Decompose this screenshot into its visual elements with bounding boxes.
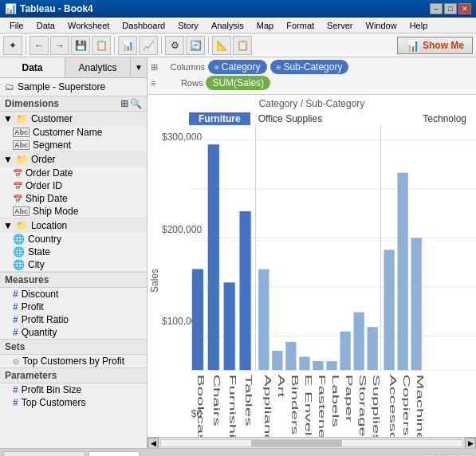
dim-country[interactable]: 🌐 Country	[0, 233, 147, 246]
toolbar-copy[interactable]: 📋	[92, 36, 111, 55]
tree-section: ▼ 📁 Customer Abc Customer Name Abc Segme…	[0, 112, 147, 448]
rows-icon: ≡	[151, 78, 155, 88]
tab-analytics[interactable]: Analytics	[65, 57, 131, 77]
svg-text:Bookcases: Bookcases	[196, 375, 207, 437]
horizontal-scrollbar[interactable]: ◀ ▶	[148, 437, 476, 448]
y-axis-container: Sales $300,000 $200,000 $100,000 $0	[148, 125, 189, 437]
tab-data-source[interactable]: 🗂 Data Source	[3, 451, 85, 456]
dim-ship-date[interactable]: 📅 Ship Date	[0, 192, 147, 205]
category-labels-row: Furniture Office Supplies Technolog	[148, 111, 476, 125]
dim-ship-mode[interactable]: Abc Ship Mode	[0, 205, 147, 218]
menu-analysis[interactable]: Analysis	[205, 18, 250, 33]
toolbar-settings1[interactable]: ⚙	[165, 36, 184, 55]
toolbar-save[interactable]: 💾	[71, 36, 90, 55]
dim-order-id[interactable]: 📅 Order ID	[0, 179, 147, 192]
hash-icon: #	[13, 384, 18, 395]
svg-rect-8	[224, 282, 235, 370]
set-top-customers[interactable]: ⊙ Top Customers by Profit	[0, 355, 147, 368]
svg-rect-6	[192, 269, 203, 371]
toolbar-layout[interactable]: 📐	[212, 36, 231, 55]
customer-group: ▼ 📁 Customer Abc Customer Name Abc Segme…	[0, 112, 147, 152]
scroll-track[interactable]	[160, 439, 463, 447]
location-folder-icon: 📁	[16, 220, 28, 231]
chart-svg: Bookcases Chairs Furnishings Tables Appl…	[189, 125, 476, 437]
svg-text:Art: Art	[276, 375, 286, 398]
scroll-left-button[interactable]: ◀	[148, 438, 159, 449]
dim-segment[interactable]: Abc Segment	[0, 139, 147, 151]
scroll-thumb[interactable]	[251, 440, 341, 446]
dim-customer-name[interactable]: Abc Customer Name	[0, 126, 147, 139]
pill-subcategory[interactable]: ≡ Sub-Category	[270, 60, 349, 74]
dimensions-header: Dimensions ⊞ 🔍	[0, 96, 147, 112]
dim-city[interactable]: 🌐 City	[0, 258, 147, 271]
location-group-header[interactable]: ▼ 📁 Location	[0, 218, 147, 233]
menu-story[interactable]: Story	[171, 18, 205, 33]
dim-state[interactable]: 🌐 State	[0, 246, 147, 258]
chart-title: Category / Sub-Category	[148, 95, 476, 111]
data-source-item[interactable]: 🗂 Sample - Superstore	[0, 78, 147, 96]
columns-icon: ⊞	[151, 62, 158, 73]
pill-sum-sales[interactable]: SUM(Sales)	[206, 76, 270, 90]
tab-sheet1[interactable]: Sheet 1	[89, 451, 140, 456]
svg-text:Supplies: Supplies	[372, 375, 382, 437]
toolbar-chart2[interactable]: 📈	[139, 36, 158, 55]
chart-with-axes: Sales $300,000 $200,000 $100,000 $0	[148, 125, 476, 437]
dim-customer-name-label: Customer Name	[33, 127, 102, 138]
pill-category[interactable]: ≡ Category	[208, 60, 267, 74]
toolbar-icon1[interactable]: ✦	[3, 36, 22, 55]
grid-icon: ⊞	[120, 98, 128, 109]
menu-worksheet[interactable]: Worksheet	[61, 18, 116, 33]
hash-icon: #	[13, 327, 18, 338]
toolbar-forward[interactable]: →	[50, 36, 69, 55]
svg-rect-18	[354, 313, 364, 371]
maximize-button[interactable]: □	[444, 3, 457, 14]
svg-rect-19	[368, 327, 378, 370]
order-group-header[interactable]: ▼ 📁 Order	[0, 152, 147, 167]
close-button[interactable]: ✕	[458, 3, 471, 14]
order-group: ▼ 📁 Order 📅 Order Date 📅 Order ID 📅 Ship…	[0, 152, 147, 218]
panel-tab-arrow[interactable]: ▼	[131, 57, 147, 77]
minimize-button[interactable]: –	[430, 3, 443, 14]
measure-discount[interactable]: # Discount	[0, 288, 147, 301]
menu-help[interactable]: Help	[403, 18, 435, 33]
measure-quantity[interactable]: # Quantity	[0, 326, 147, 339]
param-top-customers[interactable]: # Top Customers	[0, 396, 147, 409]
menu-window[interactable]: Window	[360, 18, 403, 33]
menu-data[interactable]: Data	[30, 18, 61, 33]
svg-text:Chairs: Chairs	[212, 375, 222, 427]
pill-icon: ≡	[214, 63, 219, 72]
dim-order-date[interactable]: 📅 Order Date	[0, 167, 147, 179]
dim-segment-label: Segment	[33, 140, 71, 151]
measure-discount-label: Discount	[22, 289, 59, 300]
title-text: 📊 Tableau - Book4	[5, 3, 93, 14]
measure-profit-ratio[interactable]: # Profit Ratio	[0, 313, 147, 326]
search-icon[interactable]: 🔍	[130, 98, 142, 109]
order-folder-icon: 📁	[16, 154, 28, 165]
toolbar-back[interactable]: ←	[30, 36, 49, 55]
menu-file[interactable]: File	[3, 18, 30, 33]
toolbar-chart1[interactable]: 📊	[118, 36, 137, 55]
measure-profit[interactable]: # Profit	[0, 301, 147, 313]
show-me-button[interactable]: 📊 Show Me	[397, 37, 473, 54]
customer-folder-icon: 📁	[16, 113, 28, 124]
abc-icon: Abc	[13, 140, 30, 150]
param-profit-bin-size-label: Profit Bin Size	[22, 384, 81, 395]
menu-map[interactable]: Map	[250, 18, 280, 33]
toolbar-refresh[interactable]: 🔄	[186, 36, 205, 55]
param-profit-bin-size[interactable]: # Profit Bin Size	[0, 383, 147, 396]
menu-format[interactable]: Format	[280, 18, 321, 33]
customer-group-header[interactable]: ▼ 📁 Customer	[0, 112, 147, 126]
svg-text:Accessories: Accessories	[387, 375, 398, 437]
show-me-icon: 📊	[406, 39, 419, 52]
svg-text:Fasteners: Fasteners	[317, 375, 327, 437]
window-controls[interactable]: – □ ✕	[430, 3, 471, 14]
toolbar-clipboard[interactable]: 📋	[233, 36, 252, 55]
dim-order-id-label: Order ID	[26, 180, 62, 191]
folder-expand-icon: ▼	[3, 154, 13, 165]
pill-icon: ≡	[277, 63, 281, 72]
right-panel: ⊞ Columns ≡ Category ≡ Sub-Category ≡ Ro…	[148, 57, 476, 448]
menu-dashboard[interactable]: Dashboard	[116, 18, 171, 33]
tab-data[interactable]: Data	[0, 57, 65, 77]
scroll-right-button[interactable]: ▶	[465, 438, 476, 449]
menu-server[interactable]: Server	[321, 18, 359, 33]
